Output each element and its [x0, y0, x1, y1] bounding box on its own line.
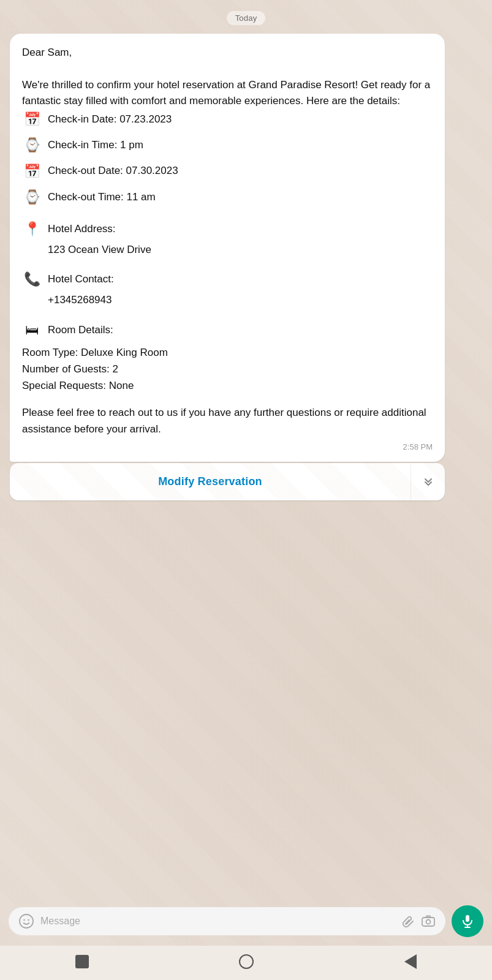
today-label: Today — [235, 13, 257, 23]
camera-button[interactable] — [421, 914, 436, 929]
checkout-date-text: Check-out Date: 07.30.2023 — [48, 163, 178, 179]
camera-icon — [421, 914, 436, 929]
chevron-double-down-icon — [422, 476, 434, 488]
checkin-date-text: Check-in Date: 07.23.2023 — [48, 111, 172, 127]
nav-square-button[interactable] — [75, 955, 89, 968]
attach-button[interactable] — [401, 914, 415, 928]
room-header: 🛏 Room Details: — [22, 320, 433, 341]
checkin-time-text: Check-in Time: 1 pm — [48, 137, 143, 153]
checkout-date-row: 📅 Check-out Date: 07.30.2023 — [22, 161, 433, 182]
address-value-text: 123 Ocean View Drive — [22, 242, 433, 258]
scroll-down-button[interactable] — [411, 464, 445, 500]
mic-icon — [460, 914, 475, 929]
room-label-text: Room Details: — [48, 322, 113, 338]
circle-icon — [239, 954, 254, 969]
watch-checkout-icon: ⌚ — [22, 187, 42, 208]
attach-icon — [401, 914, 415, 928]
special-requests-text: Special Requests: None — [22, 377, 433, 394]
checkout-time-row: ⌚ Check-out Time: 11 am — [22, 187, 433, 208]
nav-home-button[interactable] — [239, 954, 254, 969]
intro-text: We're thrilled to confirm your hotel res… — [22, 77, 433, 110]
checkin-time-row: ⌚ Check-in Time: 1 pm — [22, 135, 433, 156]
action-button-container: Modify Reservation — [10, 463, 445, 500]
phone-icon: 📞 — [22, 269, 42, 290]
room-type-text: Room Type: Deluxe King Room — [22, 344, 433, 361]
mic-button[interactable] — [452, 905, 483, 937]
svg-point-4 — [426, 920, 431, 924]
address-header: 📍 Hotel Address: — [22, 219, 433, 239]
greeting-text: Dear Sam, — [22, 45, 433, 61]
room-section: 🛏 Room Details: Room Type: Deluxe King R… — [22, 320, 433, 394]
checkout-time-text: Check-out Time: 11 am — [48, 189, 156, 205]
back-icon — [404, 954, 417, 969]
modify-reservation-button[interactable]: Modify Reservation — [10, 463, 411, 500]
watch-checkin-icon: ⌚ — [22, 135, 42, 156]
contact-label-text: Hotel Contact: — [48, 271, 114, 287]
message-timestamp: 2:58 PM — [22, 441, 433, 453]
address-label-text: Hotel Address: — [48, 221, 116, 237]
message-input-container — [9, 907, 445, 935]
today-label-container: Today — [227, 11, 266, 25]
calendar-checkin-icon: 📅 — [22, 109, 42, 130]
nav-back-button[interactable] — [404, 954, 417, 969]
contact-value-text: +13452689​43 — [22, 292, 433, 308]
svg-point-0 — [20, 914, 33, 928]
calendar-checkout-icon: 📅 — [22, 161, 42, 182]
svg-point-1 — [23, 919, 25, 921]
emoji-icon — [18, 913, 34, 929]
square-icon — [75, 955, 89, 968]
svg-rect-5 — [466, 915, 469, 922]
message-bubble: Dear Sam, We're thrilled to confirm your… — [10, 34, 445, 462]
address-section: 📍 Hotel Address: 123 Ocean View Drive — [22, 219, 433, 258]
nav-bar — [0, 946, 492, 980]
chat-area: Dear Sam, We're thrilled to confirm your… — [0, 34, 492, 980]
emoji-button[interactable] — [18, 913, 34, 929]
message-input[interactable] — [40, 916, 395, 927]
svg-point-2 — [28, 919, 29, 921]
num-guests-text: Number of Guests: 2 — [22, 361, 433, 377]
checkin-date-row: 📅 Check-in Date: 07.23.2023 — [22, 109, 433, 130]
pin-icon: 📍 — [22, 219, 42, 239]
contact-section: 📞 Hotel Contact: +13452689​43 — [22, 269, 433, 308]
svg-rect-3 — [422, 918, 434, 926]
details-section: 📅 Check-in Date: 07.23.2023 ⌚ Check-in T… — [22, 109, 433, 207]
bottom-input-bar — [0, 899, 492, 943]
contact-header: 📞 Hotel Contact: — [22, 269, 433, 290]
closing-text: Please feel free to reach out to us if y… — [22, 405, 433, 437]
room-details: Room Type: Deluxe King Room Number of Gu… — [22, 344, 433, 394]
bed-icon: 🛏 — [22, 320, 42, 341]
